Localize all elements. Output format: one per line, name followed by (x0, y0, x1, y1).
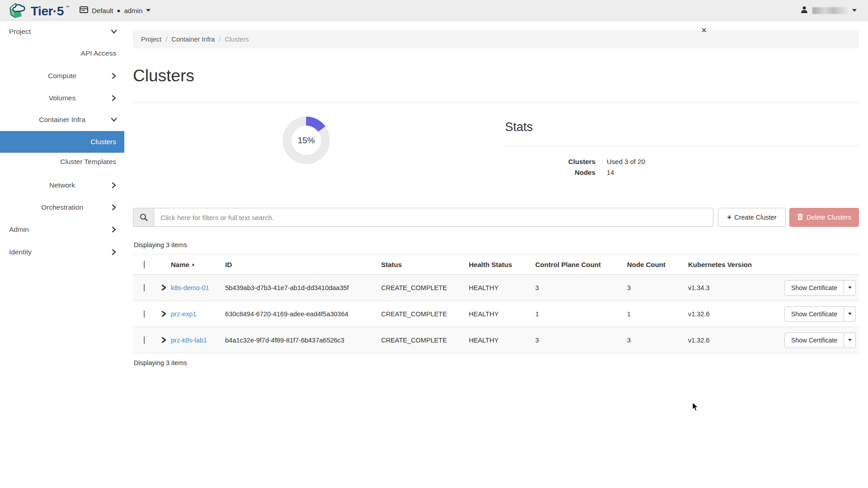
column-header-name[interactable]: Name▲ (171, 261, 225, 268)
chevron-right-icon (111, 249, 117, 255)
expand-row-icon[interactable] (161, 310, 171, 317)
cluster-k8s-version: v1.32.6 (688, 310, 779, 318)
cluster-status: CREATE_COMPLETE (381, 337, 469, 344)
table-row: prz-exp1 630c8494-6720-4169-adee-ead4f5a… (133, 301, 859, 327)
cluster-node-count: 3 (627, 284, 688, 291)
sort-asc-icon: ▲ (191, 262, 195, 267)
cluster-id: b4a1c32e-9f7d-4f89-81f7-6b437a6526c3 (225, 337, 381, 344)
chevron-down-icon (111, 28, 117, 35)
domain-label: Default (92, 7, 113, 14)
column-header-id[interactable]: ID (225, 261, 381, 268)
cluster-k8s-version: v1.34.3 (688, 284, 779, 291)
create-cluster-button[interactable]: + Create Cluster (718, 208, 786, 227)
breadcrumb: Project / Container Infra / Clusters (133, 30, 859, 48)
domain-icon (80, 6, 88, 14)
search-input[interactable] (154, 208, 713, 227)
sidebar-item-network[interactable]: Network (0, 176, 124, 194)
chevron-right-icon (111, 226, 117, 233)
sidebar-item-identity[interactable]: Identity (0, 243, 124, 261)
items-count-bottom: Displaying 3 items (134, 359, 187, 366)
expand-row-icon[interactable] (161, 337, 171, 343)
user-icon (801, 6, 808, 15)
brand-trademark: ™ (66, 5, 70, 9)
row-actions-dropdown-button[interactable] (844, 280, 856, 296)
cluster-name-link[interactable]: prz-k8s-lab1 (171, 337, 207, 344)
show-certificate-button[interactable]: Show Certificate (784, 306, 844, 322)
sidebar-item-api-access[interactable]: API Access (0, 44, 124, 62)
username-redacted (812, 7, 848, 14)
delete-clusters-button[interactable]: Delete Clusters (789, 208, 859, 227)
row-actions-dropdown-button[interactable] (844, 306, 856, 322)
cluster-id: 630c8494-6720-4169-adee-ead4f5a30364 (225, 310, 381, 318)
cluster-health-status: HEALTHY (469, 310, 535, 318)
sidebar-item-volumes[interactable]: Volumes (0, 89, 124, 107)
cluster-id: 5b439ab3-d7b3-41e7-ab1d-dd3410daa35f (225, 284, 381, 291)
row-checkbox[interactable] (144, 310, 145, 318)
top-navbar: Tier·5 ™ Default ● admin (0, 0, 868, 21)
sidebar-item-clusters[interactable]: Clusters (0, 131, 124, 153)
domain-project-switcher[interactable]: Default ● admin (80, 0, 151, 21)
cluster-name-link[interactable]: prz-exp1 (171, 310, 196, 318)
sidebar-item-container-infra[interactable]: Container Infra (0, 111, 124, 129)
sidebar-item-compute[interactable]: Compute (0, 67, 124, 85)
quota-donut: 15% (283, 117, 330, 164)
cluster-control-plane-count: 3 (535, 337, 627, 344)
column-header-status[interactable]: Status (381, 261, 469, 268)
breadcrumb-container-infra[interactable]: Container Infra (171, 36, 215, 43)
chevron-right-icon (111, 182, 117, 188)
stats-title: Stats (505, 120, 533, 134)
stats-divider (505, 146, 859, 146)
user-menu[interactable] (801, 0, 857, 21)
clusters-table: Name▲ ID Status Health Status Control Pl… (133, 254, 859, 353)
sidebar-item-project[interactable]: Project (0, 23, 124, 41)
plus-icon: + (727, 213, 731, 222)
cluster-control-plane-count: 3 (535, 284, 627, 291)
cluster-control-plane-count: 1 (535, 310, 627, 318)
user-menu-caret-icon (852, 9, 857, 12)
chevron-right-icon (111, 204, 117, 211)
cluster-health-status: HEALTHY (469, 337, 535, 344)
cluster-node-count: 1 (627, 310, 688, 318)
select-all-checkbox[interactable] (144, 261, 145, 268)
cluster-health-status: HEALTHY (469, 284, 535, 291)
search-icon[interactable] (133, 208, 154, 227)
brand-logo[interactable]: Tier·5 ™ (8, 1, 70, 21)
sidebar-nav: Project API Access Compute Volumes Conta… (0, 21, 124, 488)
sidebar-item-cluster-templates[interactable]: Cluster Templates (0, 153, 124, 171)
chevron-down-icon (111, 117, 117, 123)
show-certificate-button[interactable]: Show Certificate (784, 280, 844, 296)
cluster-k8s-version: v1.32.6 (688, 337, 779, 344)
sidebar-item-orchestration[interactable]: Orchestration (0, 198, 124, 216)
show-certificate-button[interactable]: Show Certificate (784, 333, 844, 348)
title-divider (133, 102, 859, 103)
stat-row-clusters: Clusters Used 3 of 20 (505, 158, 740, 165)
page-title: Clusters (133, 66, 194, 85)
table-row: k8s-demo-01 5b439ab3-d7b3-41e7-ab1d-dd34… (133, 275, 859, 301)
context-caret-icon (146, 9, 151, 12)
stat-row-nodes: Nodes 14 (505, 169, 740, 176)
expand-row-icon[interactable] (161, 284, 171, 291)
cloud-logo-icon (8, 1, 29, 21)
column-header-health-status[interactable]: Health Status (469, 261, 535, 268)
column-header-kubernetes-version[interactable]: Kubernetes Version (688, 261, 779, 268)
trash-icon (797, 213, 803, 222)
breadcrumb-current: Clusters (225, 36, 249, 43)
row-checkbox[interactable] (144, 284, 145, 291)
cluster-status: CREATE_COMPLETE (381, 284, 469, 291)
row-actions-dropdown-button[interactable] (844, 333, 856, 348)
cluster-name-link[interactable]: k8s-demo-01 (171, 284, 209, 291)
sidebar-item-admin[interactable]: Admin (0, 221, 124, 239)
row-checkbox[interactable] (144, 337, 145, 344)
mouse-cursor (692, 402, 699, 413)
caret-down-icon (848, 286, 852, 289)
project-label: admin (124, 7, 142, 14)
clear-search-icon[interactable]: × (702, 26, 707, 35)
cluster-status: CREATE_COMPLETE (381, 310, 469, 318)
column-header-control-plane-count[interactable]: Control Plane Count (535, 261, 627, 268)
column-header-node-count[interactable]: Node Count (627, 261, 688, 268)
brand-name: Tier·5 (31, 4, 64, 19)
table-header-row: Name▲ ID Status Health Status Control Pl… (133, 255, 859, 275)
caret-down-icon (848, 339, 852, 341)
breadcrumb-project[interactable]: Project (141, 36, 161, 43)
quota-percent-label: 15% (283, 117, 330, 164)
